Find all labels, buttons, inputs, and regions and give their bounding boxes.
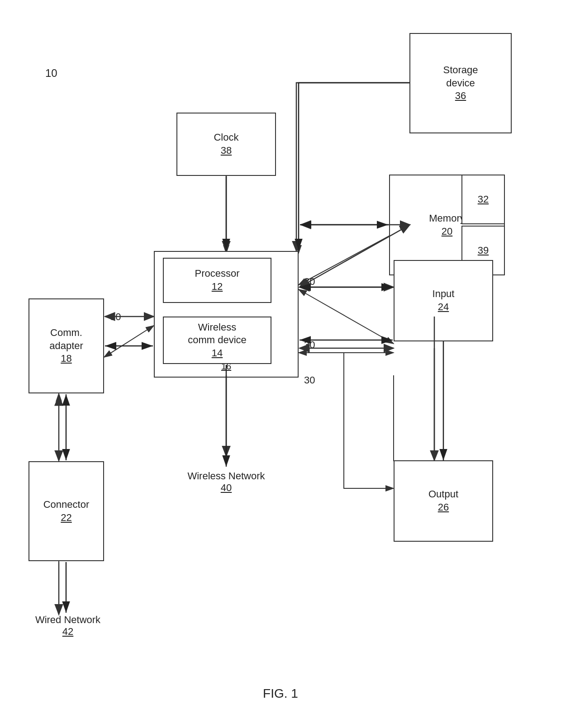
connector-label-30-1: 30 [110,311,121,323]
memory-label: Memory [429,212,465,225]
wired-network-label: Wired Network 42 [23,614,113,638]
clock-num: 38 [221,144,232,157]
wireless-network-text: Wireless Network [163,470,290,482]
processor-num: 12 [212,280,223,293]
connector-label-30-3: 30 [304,339,315,351]
wireless-label: Wirelesscomm device [188,321,247,347]
clock-label: Clock [214,131,238,144]
wireless-network-num: 40 [163,482,290,494]
svg-line-8 [299,289,394,344]
svg-line-5 [104,326,154,357]
fig-caption: FIG. 1 [0,686,561,701]
storage-box: Storagedevice 36 [409,33,512,133]
storage-label: Storagedevice [443,64,478,90]
memory-sub2-num: 39 [478,244,489,257]
processor-label: Processor [195,267,239,280]
output-box: Output 26 [394,460,493,542]
input-box: Input 24 [394,260,493,341]
connector-num: 22 [61,511,71,525]
memory-num: 20 [442,225,452,238]
memory-sub1-box: 32 [461,175,505,224]
memory-sub1-num: 32 [478,193,489,206]
clock-box: Clock 38 [176,113,276,176]
input-num: 24 [438,301,449,314]
connector-label-30-4: 30 [304,374,315,386]
output-label: Output [428,488,458,501]
processor-box: Processor 12 [163,258,271,303]
diagram-ref-num: 10 [45,67,57,80]
wireless-network-label: Wireless Network 40 [163,470,290,494]
comm-adapter-box: Comm.adapter 18 [29,298,104,393]
storage-num: 36 [455,90,466,103]
wired-network-text: Wired Network [23,614,113,626]
wired-network-num: 42 [23,626,113,638]
wireless-box: Wirelesscomm device 14 [163,317,271,364]
connector-box: Connector 22 [29,461,104,561]
diagram: 10 Clock 38 Storagedevice 36 Memory 20 3… [0,0,561,728]
connector-label-30-2: 30 [304,276,315,288]
connector-label: Connector [43,498,90,511]
wireless-num: 14 [212,347,223,360]
input-label: Input [433,288,455,301]
output-num: 26 [438,501,449,514]
comm-adapter-num: 18 [61,352,71,365]
comm-adapter-label: Comm.adapter [49,326,83,352]
